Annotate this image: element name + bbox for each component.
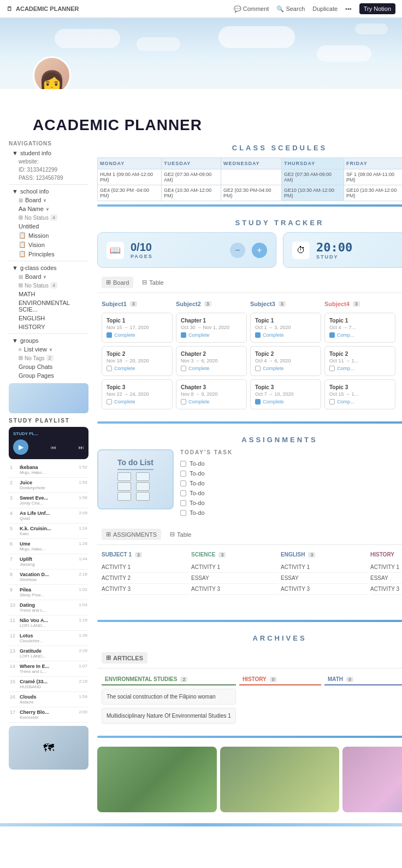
playlist-item[interactable]: 8 Vacation D... Strehlow 2:18 [9, 570, 88, 585]
assign-item: ACTIVITY 1 [370, 562, 402, 573]
task-checkbox[interactable] [180, 480, 186, 486]
assign-table-tab[interactable]: ⊟ Table [165, 529, 196, 540]
check-box [255, 399, 261, 404]
playlist-item[interactable]: 9 Pilea Sleep Pow... 1:02 [9, 585, 88, 600]
track-duration: 1:07 [79, 664, 87, 668]
track-num: 17 [10, 709, 17, 715]
board-tab[interactable]: ⊞ Board [102, 277, 133, 288]
aa-name-item[interactable]: Aa Name ∨ [15, 204, 88, 213]
groups-toggle[interactable]: ▼ groups [9, 336, 88, 345]
archive-env-header: ENVIRONMENTAL STUDIES 2 [102, 674, 236, 685]
play-button[interactable]: ▶ [13, 439, 28, 455]
no-status-item[interactable]: No Status 4 [15, 213, 88, 222]
pages-plus-button[interactable]: + [252, 243, 267, 258]
playlist-item[interactable]: 11 Não Vou A... LOFI LAND... 1:19 [9, 615, 88, 631]
duplicate-button[interactable]: Duplicate [312, 5, 338, 12]
no-tags-item[interactable]: No Tags 2 [15, 354, 88, 362]
assign-item: ACTIVITY 1 [281, 562, 368, 573]
bottom-bar [0, 823, 402, 826]
env-sci-item[interactable]: ENVIRONMENTAL SCIE... [15, 298, 88, 314]
playlist-item[interactable]: 17 Cherry Blo... Komorebí 2:00 [9, 707, 88, 723]
vision-icon: 📋 [19, 241, 26, 248]
try-notion-button[interactable]: Try Notion [359, 3, 395, 14]
playlist-item[interactable]: 14 Where In E... Trees and L... 1:07 [9, 661, 88, 677]
sidebar-landscape-img [9, 383, 88, 413]
db-icon3: ≡ [19, 347, 22, 353]
playlist-item[interactable]: 12 Lotus Cloudchor... 1:49 [9, 631, 88, 646]
history-item[interactable]: HISTORY [15, 322, 88, 331]
no-status-item2[interactable]: No Status 4 [15, 281, 88, 290]
more-button[interactable]: ••• [345, 5, 352, 12]
topbar-actions: 💬 Comment 🔍 Search Duplicate ••• Try Not… [234, 3, 395, 14]
list-view-item[interactable]: ≡ List view ∨ [15, 345, 88, 354]
playlist-item[interactable]: 6 Ume Muju, Hako... 1:26 [9, 539, 88, 554]
playlist-item[interactable]: 4 As Life Unf... Quist 2:09 [9, 508, 88, 524]
activity-link[interactable]: AcTivITY > [102, 605, 402, 611]
group-pages-item[interactable]: Group Pages [15, 371, 88, 380]
track-duration: 1:59 [79, 694, 87, 699]
card-date: Oct 4 → 7... [329, 325, 391, 330]
playlist-item[interactable]: 7 Uplift Jiasang 1:44 [9, 554, 88, 570]
assignments-title: ASSIGNMENTS [97, 432, 402, 444]
articles-icon: ⊞ [106, 654, 111, 661]
task-item: To-do [180, 459, 402, 468]
comment-button[interactable]: 💬 Comment [234, 5, 269, 13]
board-item[interactable]: ⊞ Board ∨ [15, 196, 88, 204]
track-duration: 2:09 [79, 511, 87, 515]
track-num: 4 [10, 511, 17, 516]
prev-icon[interactable]: ⏮ [51, 444, 56, 450]
playlist-item[interactable]: 3 Sweet Eve... Jordy Cha... 1:56 [9, 493, 88, 508]
student-info-toggle[interactable]: ▼ student info [9, 149, 88, 157]
card-date: Nov 3 → 6, 2020 [181, 358, 242, 363]
playlist-item[interactable]: 10 Dating Trees and L... 1:04 [9, 600, 88, 615]
task-checkbox[interactable] [180, 500, 186, 506]
task-checkbox[interactable] [180, 490, 186, 496]
playlist-item[interactable]: 13 Gratitude LOFI LAND... 2:29 [9, 646, 88, 661]
principles-item[interactable]: 📋 Principles [15, 249, 88, 259]
track-artist: LOFI LAND... [20, 654, 76, 659]
search-button[interactable]: 🔍 Search [276, 5, 305, 13]
timer-display: 20:00 [316, 241, 402, 254]
group-chats-item[interactable]: Group Chats [15, 362, 88, 371]
task-checkbox[interactable] [180, 471, 186, 477]
playlist-item[interactable]: 1 Ikebana Muju, Hako... 1:52 [9, 462, 88, 478]
subject1-header: Subject1 3 [102, 298, 173, 309]
assignments-bar [97, 620, 402, 622]
task-checkbox[interactable] [180, 510, 186, 516]
search-icon: 🔍 [276, 5, 284, 13]
english-item[interactable]: ENGLISH [15, 314, 88, 322]
card-date: Nov 22 → 24, 2020 [107, 391, 168, 397]
pages-minus-button[interactable]: − [230, 243, 245, 258]
g-class-sub: ⊞ Board ∨ No Status 4 MATH ENVIRONMENTAL… [9, 272, 88, 331]
table-tab[interactable]: ⊟ Table [138, 277, 168, 288]
assign-tab[interactable]: ⊞ ASSIGNMENTS [102, 529, 161, 540]
playlist-item[interactable]: 16 Clouds Astaíre 1:59 [9, 692, 88, 707]
card-title: Topic 2 [255, 351, 316, 357]
subject1-count: 3 [130, 301, 137, 307]
playlist-item[interactable]: 15 Cramé (33... HUSBAND 2:19 [9, 677, 88, 692]
next-icon[interactable]: ⏭ [79, 444, 84, 450]
task-item: To-do [180, 478, 402, 488]
school-info-sub: ⊞ Board ∨ Aa Name ∨ No Status 4 Untitled [9, 196, 88, 259]
pages-label: PAGES [131, 254, 223, 259]
assign-tab-icon: ⊞ [106, 531, 111, 538]
playlist-item[interactable]: 2 Juice Donkeychote 1:54 [9, 478, 88, 493]
articles-tab[interactable]: ⊞ ARTICLES [102, 652, 147, 664]
chevron-icon3: ∨ [43, 274, 46, 279]
check-box [329, 399, 335, 404]
track-title: Uplift [20, 556, 69, 562]
school-info-toggle[interactable]: ▼ school info [9, 187, 88, 196]
mission-item[interactable]: 📋 Mission [15, 231, 88, 240]
track-artist: Komorebí [20, 715, 76, 720]
task-checkbox[interactable] [180, 461, 186, 467]
card-title: Topic 2 [107, 351, 168, 357]
playlist-item[interactable]: 5 K.k. Cruisin... Kato 1:24 [9, 524, 88, 539]
g-class-toggle[interactable]: ▼ g·class codes [9, 263, 88, 272]
vision-item[interactable]: 📋 Vision [15, 240, 88, 249]
subject3-header: Subject3 3 [250, 298, 321, 309]
board-item2[interactable]: ⊞ Board ∨ [15, 272, 88, 281]
avatar-wrap: 👩 [33, 56, 71, 89]
assign-item: ACTIVITY 3 [191, 584, 279, 595]
untitled-item[interactable]: Untitled [15, 222, 88, 231]
math-item[interactable]: MATH [15, 290, 88, 298]
